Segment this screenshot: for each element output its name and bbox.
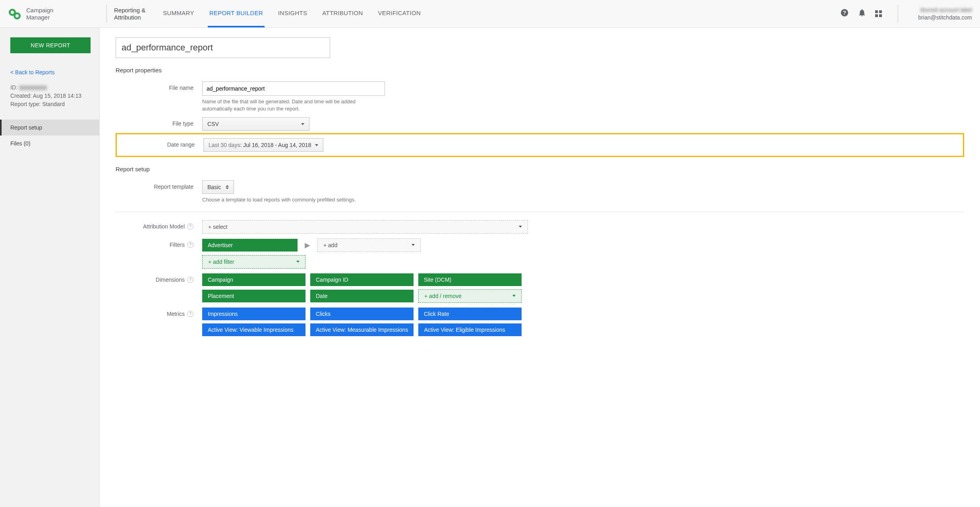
chevron-down-icon (296, 261, 300, 263)
help-icon[interactable]: ? (187, 277, 193, 283)
metric-chip-av-viewable[interactable]: Active View: Viewable Impressions (202, 323, 305, 336)
dimension-chip-date[interactable]: Date (310, 290, 414, 302)
filters-label: Filters (170, 242, 185, 248)
chevron-down-icon (301, 123, 304, 125)
file-type-select[interactable]: CSV (202, 117, 309, 131)
report-properties-heading: Report properties (116, 67, 964, 74)
dimension-chip-placement[interactable]: Placement (202, 290, 305, 302)
section-line1: Reporting & (114, 7, 145, 14)
filter-chip-advertiser[interactable]: Advertiser (202, 239, 298, 252)
report-created: Created: Aug 15, 2018 14:13 (10, 92, 91, 100)
help-icon[interactable]: ? (187, 311, 193, 317)
report-template-select[interactable]: Basic (202, 180, 234, 194)
file-type-value: CSV (207, 121, 219, 127)
metric-chip-av-measurable[interactable]: Active View: Measurable Impressions (310, 323, 414, 336)
add-filter-button[interactable]: + add filter (202, 255, 305, 269)
report-template-hint: Choose a template to load reports with c… (202, 196, 401, 203)
arrow-right-icon: ▶ (302, 241, 313, 250)
campaign-manager-logo-icon (8, 7, 21, 21)
chevron-down-icon (512, 295, 516, 297)
svg-point-1 (11, 11, 14, 14)
report-id-label: ID: (10, 84, 17, 91)
sort-icon (226, 185, 229, 189)
user-account[interactable]: blurred account label brian@stitchdata.c… (918, 6, 972, 21)
divider (898, 5, 898, 23)
filter-add-value[interactable]: + add (317, 238, 421, 252)
dimension-add-remove-button[interactable]: + add / remove (418, 289, 522, 303)
tab-report-builder[interactable]: REPORT BUILDER (208, 0, 265, 27)
attribution-model-label: Attribution Model (143, 223, 185, 230)
file-type-label: File type (116, 117, 202, 127)
help-icon[interactable]: ? (840, 8, 849, 19)
tab-attribution[interactable]: ATTRIBUTION (321, 0, 364, 27)
dimension-chip-site[interactable]: Site (DCM) (418, 273, 522, 286)
section-line2: Attribution (114, 14, 145, 21)
tab-insights[interactable]: INSIGHTS (276, 0, 309, 27)
dimension-chip-campaign-id[interactable]: Campaign ID (310, 273, 414, 286)
date-range-value: : Jul 16, 2018 - Aug 14, 2018 (240, 142, 311, 148)
date-range-select[interactable]: Last 30 days : Jul 16, 2018 - Aug 14, 20… (203, 138, 323, 152)
main-content: Report properties File name Name of the … (99, 28, 980, 507)
new-report-button[interactable]: NEW REPORT (10, 37, 91, 53)
dimensions-label: Dimensions (156, 277, 185, 283)
date-range-preset: Last 30 days (209, 142, 240, 148)
chevron-down-icon (315, 144, 318, 146)
report-template-label: Report template (116, 180, 202, 190)
help-icon[interactable]: ? (187, 242, 193, 248)
report-setup-heading: Report setup (116, 166, 964, 172)
brand-block: Campaign Manager (8, 7, 99, 21)
divider (106, 5, 107, 23)
tab-verification[interactable]: VERIFICATION (377, 0, 423, 27)
report-type: Report type: Standard (10, 100, 91, 108)
file-name-input[interactable] (202, 81, 385, 96)
chevron-down-icon (412, 244, 415, 246)
attribution-model-select[interactable]: + select (202, 220, 528, 234)
metric-chip-click-rate[interactable]: Click Rate (418, 308, 522, 320)
brand-line1: Campaign (26, 7, 53, 14)
dimension-chip-campaign[interactable]: Campaign (202, 273, 305, 286)
metric-chip-impressions[interactable]: Impressions (202, 308, 305, 320)
report-name-input[interactable] (116, 37, 330, 58)
brand-line2: Manager (26, 14, 53, 21)
sidebar: NEW REPORT < Back to Reports ID: Created… (0, 28, 99, 507)
svg-text:?: ? (843, 10, 846, 15)
app-header: Campaign Manager Reporting & Attribution… (0, 0, 980, 28)
tab-summary[interactable]: SUMMARY (161, 0, 196, 27)
report-id-value (19, 85, 47, 90)
back-to-reports-link[interactable]: < Back to Reports (2, 69, 99, 75)
attribution-model-value: + select (208, 224, 228, 230)
apps-icon[interactable] (875, 10, 882, 17)
file-name-label: File name (116, 81, 202, 91)
user-account-name: blurred account label (918, 6, 972, 14)
help-icon[interactable]: ? (187, 223, 193, 230)
sidebar-item-report-setup[interactable]: Report setup (0, 120, 99, 135)
primary-nav: SUMMARY REPORT BUILDER INSIGHTS ATTRIBUT… (161, 0, 422, 27)
file-name-hint: Name of the file that will be generated.… (202, 98, 369, 112)
metrics-label: Metrics (167, 311, 185, 317)
metric-chip-av-eligible[interactable]: Active View: Eligible Impressions (418, 323, 522, 336)
notifications-icon[interactable] (858, 8, 866, 19)
svg-point-3 (15, 14, 19, 17)
metric-chip-clicks[interactable]: Clicks (310, 308, 414, 320)
date-range-label: Date range (117, 138, 203, 148)
sidebar-item-files[interactable]: Files (0) (2, 135, 99, 151)
report-template-value: Basic (207, 184, 221, 190)
user-email: brian@stitchdata.com (918, 14, 972, 21)
chevron-down-icon (519, 226, 522, 228)
